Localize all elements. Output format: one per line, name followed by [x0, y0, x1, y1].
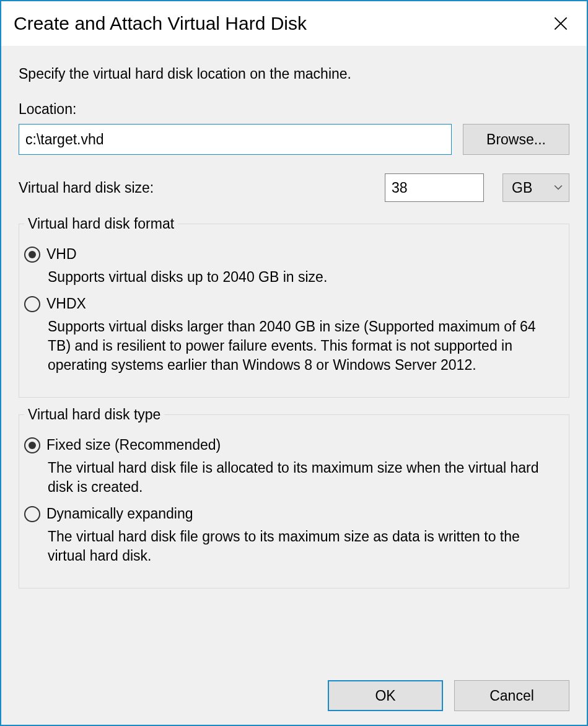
instruction-text: Specify the virtual hard disk location o…	[19, 66, 569, 82]
size-label: Virtual hard disk size:	[19, 180, 385, 196]
location-label: Location:	[19, 101, 569, 118]
format-radio-vhdx-label: VHDX	[46, 295, 86, 312]
radio-icon	[24, 437, 40, 453]
type-dynamic-description: The virtual hard disk file grows to its …	[48, 527, 555, 566]
format-radio-vhd-label: VHD	[46, 246, 77, 263]
type-radio-fixed[interactable]: Fixed size (Recommended)	[24, 437, 555, 453]
size-unit-combo[interactable]: GB	[502, 173, 569, 202]
format-group: Virtual hard disk format VHD Supports vi…	[19, 216, 569, 398]
location-input[interactable]	[19, 124, 452, 155]
radio-icon	[24, 506, 40, 522]
type-radio-dynamic-label: Dynamically expanding	[46, 505, 193, 522]
close-button[interactable]	[547, 10, 574, 37]
chevron-down-icon	[554, 183, 563, 192]
format-legend: Virtual hard disk format	[24, 216, 178, 232]
titlebar: Create and Attach Virtual Hard Disk	[1, 1, 587, 46]
size-input[interactable]	[385, 173, 484, 202]
type-radio-dynamic[interactable]: Dynamically expanding	[24, 505, 555, 522]
type-radio-fixed-label: Fixed size (Recommended)	[46, 437, 221, 453]
size-unit-value: GB	[512, 180, 532, 196]
browse-button[interactable]: Browse...	[463, 124, 569, 155]
format-radio-vhdx[interactable]: VHDX	[24, 295, 555, 312]
dialog-footer: OK Cancel	[1, 670, 587, 725]
format-vhd-description: Supports virtual disks up to 2040 GB in …	[48, 268, 555, 287]
radio-icon	[24, 247, 40, 263]
dialog-window: Create and Attach Virtual Hard Disk Spec…	[0, 0, 588, 726]
ok-button[interactable]: OK	[328, 680, 443, 711]
type-group: Virtual hard disk type Fixed size (Recom…	[19, 406, 569, 588]
dialog-title: Create and Attach Virtual Hard Disk	[14, 13, 307, 34]
format-vhdx-description: Supports virtual disks larger than 2040 …	[48, 317, 555, 375]
type-legend: Virtual hard disk type	[24, 406, 164, 423]
radio-icon	[24, 296, 40, 312]
dialog-content: Specify the virtual hard disk location o…	[1, 46, 587, 670]
format-radio-vhd[interactable]: VHD	[24, 246, 555, 263]
close-icon	[554, 17, 568, 30]
type-fixed-description: The virtual hard disk file is allocated …	[48, 458, 555, 497]
cancel-button[interactable]: Cancel	[454, 680, 569, 711]
